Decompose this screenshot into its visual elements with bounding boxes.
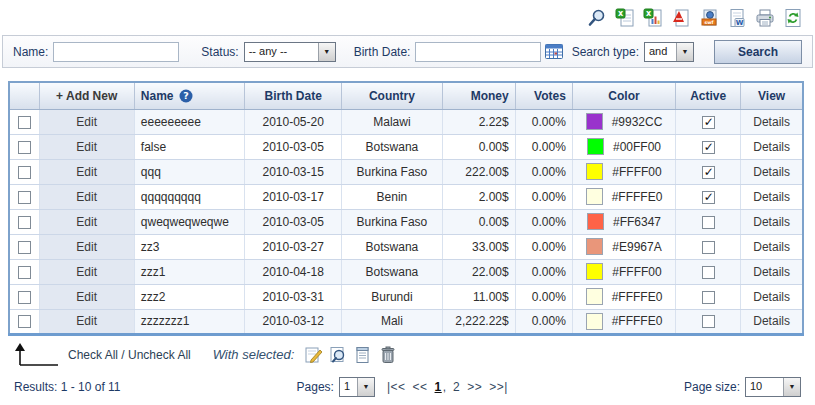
delete-selected-icon[interactable] — [379, 346, 397, 364]
cell-name: false — [134, 134, 244, 159]
page-number-link[interactable]: 2 — [453, 380, 460, 394]
cell-country: Burkina Faso — [342, 159, 442, 184]
color-swatch — [586, 313, 603, 330]
page-number-current[interactable]: 1 — [435, 380, 442, 394]
cell-money: 2,222.22$ — [442, 309, 515, 334]
pages-select[interactable]: 1 ▼ — [339, 377, 375, 397]
edit-link[interactable]: Edit — [76, 215, 97, 229]
active-checkbox[interactable] — [702, 266, 715, 279]
table-row: Edit zz3 2010-03-27 Botswana 33.00$ 0.00… — [9, 234, 803, 259]
row-checkbox[interactable] — [18, 166, 31, 179]
edit-link[interactable]: Edit — [76, 165, 97, 179]
last-page-button[interactable]: >>| — [489, 380, 508, 394]
status-select[interactable]: -- any -- ▼ — [244, 42, 336, 62]
row-checkbox[interactable] — [18, 291, 31, 304]
page-size-label: Page size: — [684, 380, 740, 394]
export-pdf-icon[interactable] — [671, 8, 691, 28]
cell-birth-date: 2010-03-27 — [245, 234, 342, 259]
name-input[interactable] — [53, 42, 179, 62]
details-link[interactable]: Details — [753, 265, 790, 279]
details-link[interactable]: Details — [753, 314, 790, 328]
color-value: #9932CC — [612, 115, 663, 129]
table-row: Edit false 2010-03-05 Botswana 0.00$ 0.0… — [9, 134, 803, 159]
column-header-votes[interactable]: Votes — [515, 82, 572, 109]
row-checkbox[interactable] — [18, 141, 31, 154]
details-link[interactable]: Details — [753, 115, 790, 129]
svg-text:?: ? — [184, 90, 190, 101]
column-header-color[interactable]: Color — [572, 82, 675, 109]
calendar-icon[interactable] — [545, 44, 563, 59]
with-selected-actions — [304, 346, 397, 364]
column-header-country[interactable]: Country — [342, 82, 442, 109]
column-header-name[interactable]: Name — [141, 89, 174, 103]
active-checkbox[interactable] — [702, 291, 715, 304]
details-link[interactable]: Details — [753, 215, 790, 229]
details-link[interactable]: Details — [753, 290, 790, 304]
export-word-icon[interactable]: W — [727, 8, 747, 28]
prev-page-button[interactable]: << — [413, 380, 428, 394]
svg-text:x: x — [646, 9, 652, 18]
edit-link[interactable]: Edit — [76, 314, 97, 328]
cell-birth-date: 2010-03-12 — [245, 309, 342, 334]
export-xml-icon[interactable]: swf — [699, 8, 719, 28]
export-excel-icon[interactable]: x — [615, 8, 635, 28]
color-value: #FF6347 — [613, 215, 661, 229]
results-count: Results: 1 - 10 of 11 — [14, 380, 121, 394]
color-swatch — [586, 288, 603, 305]
active-checkbox[interactable] — [702, 166, 715, 179]
edit-link[interactable]: Edit — [76, 290, 97, 304]
copy-selected-icon[interactable] — [354, 346, 372, 364]
active-checkbox[interactable] — [702, 141, 715, 154]
edit-link[interactable]: Edit — [76, 115, 97, 129]
add-new-button[interactable]: + Add New — [56, 89, 117, 103]
chevron-down-icon: ▼ — [676, 43, 693, 61]
row-checkbox[interactable] — [18, 315, 31, 328]
edit-link[interactable]: Edit — [76, 265, 97, 279]
active-checkbox[interactable] — [702, 241, 715, 254]
svg-text:x: x — [618, 9, 624, 18]
birth-date-input[interactable] — [415, 42, 541, 62]
selection-bar: Check All / Uncheck All With selected: — [14, 342, 815, 368]
print-icon[interactable] — [755, 8, 775, 28]
cell-votes: 0.00% — [515, 234, 572, 259]
footer-bar: Results: 1 - 10 of 11 Pages: 1 ▼ |<< << … — [0, 377, 815, 397]
column-header-active[interactable]: Active — [676, 82, 741, 109]
details-link[interactable]: Details — [753, 165, 790, 179]
cell-country: Benin — [342, 184, 442, 209]
first-page-button[interactable]: |<< — [387, 380, 406, 394]
column-header-birth-date[interactable]: Birth Date — [245, 82, 342, 109]
row-checkbox[interactable] — [18, 216, 31, 229]
column-header-view[interactable]: View — [741, 82, 803, 109]
next-page-button[interactable]: >> — [467, 380, 482, 394]
active-checkbox[interactable] — [702, 191, 715, 204]
page-size-select[interactable]: 10 ▼ — [745, 377, 801, 397]
row-checkbox[interactable] — [18, 116, 31, 129]
active-checkbox[interactable] — [702, 315, 715, 328]
help-icon[interactable]: ? — [179, 89, 193, 103]
column-header-money[interactable]: Money — [442, 82, 515, 109]
search-button[interactable]: Search — [714, 40, 802, 64]
row-checkbox[interactable] — [18, 191, 31, 204]
cell-birth-date: 2010-04-18 — [245, 259, 342, 284]
details-link[interactable]: Details — [753, 190, 790, 204]
svg-text:W: W — [736, 19, 744, 27]
check-all-toggle[interactable]: Check All / Uncheck All — [68, 348, 191, 362]
details-link[interactable]: Details — [753, 140, 790, 154]
edit-link[interactable]: Edit — [76, 240, 97, 254]
search-type-select[interactable]: and ▼ — [644, 42, 694, 62]
active-checkbox[interactable] — [702, 216, 715, 229]
view-selected-icon[interactable] — [329, 346, 347, 364]
edit-link[interactable]: Edit — [76, 140, 97, 154]
edit-link[interactable]: Edit — [76, 190, 97, 204]
table-row: Edit zzzzzzz1 2010-03-12 Mali 2,222.22$ … — [9, 309, 803, 334]
row-checkbox[interactable] — [18, 266, 31, 279]
active-checkbox[interactable] — [702, 116, 715, 129]
details-link[interactable]: Details — [753, 240, 790, 254]
refresh-icon[interactable] — [783, 8, 803, 28]
edit-selected-icon[interactable] — [304, 346, 322, 364]
search-icon[interactable] — [587, 8, 607, 28]
color-swatch — [586, 113, 603, 130]
row-checkbox[interactable] — [18, 241, 31, 254]
export-excel-values-icon[interactable]: x — [643, 8, 663, 28]
chevron-down-icon: ▼ — [318, 43, 335, 61]
